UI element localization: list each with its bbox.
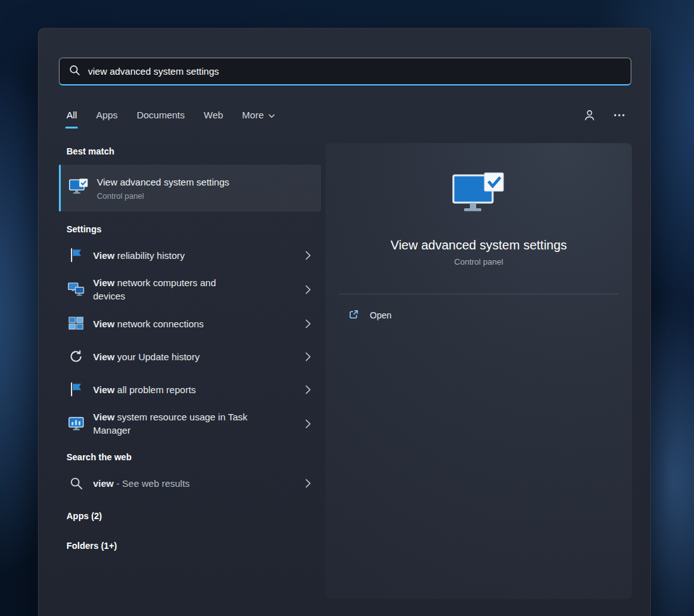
search-web-header: Search the web xyxy=(59,452,321,462)
open-action[interactable]: Open xyxy=(339,303,619,327)
best-match-result[interactable]: View advanced system settings Control pa… xyxy=(59,165,321,211)
selection-accent-bar xyxy=(59,165,61,211)
selected-tab-underline xyxy=(65,127,78,129)
task-manager-icon xyxy=(68,417,84,431)
result-view-reliability-history[interactable]: View reliability history xyxy=(59,239,321,272)
tab-apps[interactable]: Apps xyxy=(96,108,118,122)
tab-web-label: Web xyxy=(204,110,224,120)
flag-icon xyxy=(68,248,84,263)
topbar-actions xyxy=(583,109,625,122)
account-icon[interactable] xyxy=(583,109,596,122)
divider xyxy=(339,294,619,294)
chevron-right-icon[interactable] xyxy=(305,352,315,361)
result-view-problem-reports[interactable]: View all problem reports xyxy=(59,373,321,406)
results-list: Best match View advanced system settings… xyxy=(59,145,321,551)
tab-all[interactable]: All xyxy=(66,108,77,122)
network-computers-icon xyxy=(68,282,84,297)
flag-icon xyxy=(68,382,84,397)
best-match-title: View advanced system settings xyxy=(97,176,229,189)
folders-header: Folders (1+) xyxy=(59,541,321,551)
tab-more-label: More xyxy=(242,110,263,120)
chevron-right-icon[interactable] xyxy=(305,385,315,394)
result-label: view - See web results xyxy=(93,477,190,490)
result-view-network-connections[interactable]: View network connections xyxy=(59,307,321,340)
best-match-header: Best match xyxy=(59,146,321,156)
more-options-icon[interactable] xyxy=(614,113,625,117)
search-flyout: All Apps Documents Web More Be xyxy=(38,28,651,616)
result-label: View network computers and devices xyxy=(93,276,248,303)
tab-more[interactable]: More xyxy=(242,108,274,122)
chevron-right-icon[interactable] xyxy=(305,419,315,429)
search-icon xyxy=(69,65,80,79)
result-label: View system resource usage in Task Manag… xyxy=(93,410,248,437)
apps-header: Apps (2) xyxy=(59,511,321,521)
open-external-icon xyxy=(348,309,359,322)
result-label: View all problem reports xyxy=(93,383,196,396)
tab-web[interactable]: Web xyxy=(204,108,224,122)
system-monitor-check-icon xyxy=(452,172,505,218)
tab-all-label: All xyxy=(66,110,77,120)
preview-subtitle: Control panel xyxy=(454,257,503,267)
refresh-icon xyxy=(68,349,84,363)
best-match-subtitle: Control panel xyxy=(97,192,229,201)
result-view-task-manager-usage[interactable]: View system resource usage in Task Manag… xyxy=(59,406,321,441)
preview-title: View advanced system settings xyxy=(391,238,567,253)
result-label: View network connections xyxy=(93,317,204,330)
result-label: View reliability history xyxy=(93,249,185,262)
settings-header: Settings xyxy=(59,224,321,234)
system-monitor-check-icon xyxy=(69,179,88,198)
best-match-text: View advanced system settings Control pa… xyxy=(97,176,229,201)
result-view-update-history[interactable]: View your Update history xyxy=(59,340,321,373)
tab-documents-label: Documents xyxy=(137,110,185,120)
search-box[interactable] xyxy=(59,58,631,85)
result-view-network-computers[interactable]: View network computers and devices xyxy=(59,272,321,307)
result-web-search-view[interactable]: view - See web results xyxy=(59,467,321,500)
chevron-right-icon[interactable] xyxy=(305,479,315,488)
chevron-right-icon[interactable] xyxy=(305,251,315,260)
chevron-right-icon[interactable] xyxy=(305,285,315,294)
filter-tabs: All Apps Documents Web More xyxy=(66,108,625,122)
search-icon xyxy=(68,477,84,490)
result-label: View your Update history xyxy=(93,350,199,363)
tab-apps-label: Apps xyxy=(96,110,118,120)
tab-documents[interactable]: Documents xyxy=(137,108,185,122)
chevron-down-icon xyxy=(268,110,275,120)
search-input[interactable] xyxy=(88,66,621,77)
network-connections-icon xyxy=(68,317,84,330)
preview-panel: View advanced system settings Control pa… xyxy=(325,143,632,599)
chevron-right-icon[interactable] xyxy=(305,319,315,329)
open-label: Open xyxy=(370,310,391,320)
